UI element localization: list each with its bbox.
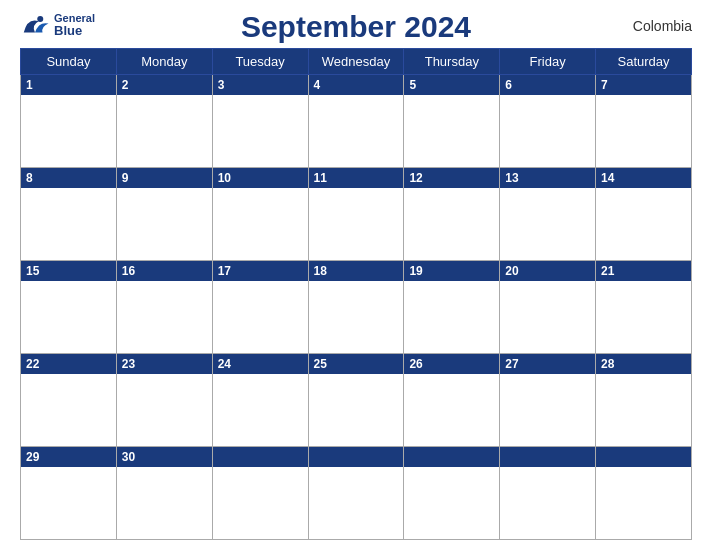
day-8: 8 — [21, 168, 117, 261]
logo: General Blue — [20, 10, 95, 40]
day-21: 21 — [596, 261, 692, 354]
day-empty-1 — [212, 447, 308, 540]
week-row-3: 15 16 17 18 19 20 21 — [21, 261, 692, 354]
day-19: 19 — [404, 261, 500, 354]
day-7: 7 — [596, 75, 692, 168]
day-16: 16 — [116, 261, 212, 354]
day-25: 25 — [308, 354, 404, 447]
week-row-5: 29 30 — [21, 447, 692, 540]
day-4: 4 — [308, 75, 404, 168]
logo-line2: Blue — [54, 24, 95, 38]
country-label: Colombia — [633, 18, 692, 34]
logo-text: General Blue — [54, 12, 95, 38]
day-empty-2 — [308, 447, 404, 540]
header-monday: Monday — [116, 49, 212, 75]
svg-point-0 — [37, 16, 43, 22]
logo-icon — [20, 10, 50, 40]
day-10: 10 — [212, 168, 308, 261]
day-14: 14 — [596, 168, 692, 261]
week-row-2: 8 9 10 11 12 13 14 — [21, 168, 692, 261]
header-wednesday: Wednesday — [308, 49, 404, 75]
calendar-table: Sunday Monday Tuesday Wednesday Thursday… — [20, 48, 692, 540]
day-17: 17 — [212, 261, 308, 354]
header-thursday: Thursday — [404, 49, 500, 75]
day-1: 1 — [21, 75, 117, 168]
day-26: 26 — [404, 354, 500, 447]
day-30: 30 — [116, 447, 212, 540]
day-24: 24 — [212, 354, 308, 447]
days-header-row: Sunday Monday Tuesday Wednesday Thursday… — [21, 49, 692, 75]
day-28: 28 — [596, 354, 692, 447]
day-22: 22 — [21, 354, 117, 447]
week-row-4: 22 23 24 25 26 27 28 — [21, 354, 692, 447]
day-29: 29 — [21, 447, 117, 540]
header-sunday: Sunday — [21, 49, 117, 75]
day-13: 13 — [500, 168, 596, 261]
header-tuesday: Tuesday — [212, 49, 308, 75]
day-27: 27 — [500, 354, 596, 447]
calendar-header: General Blue September 2024 Colombia — [20, 10, 692, 44]
header-friday: Friday — [500, 49, 596, 75]
week-row-1: 1 2 3 4 5 6 7 — [21, 75, 692, 168]
day-empty-5 — [596, 447, 692, 540]
day-18: 18 — [308, 261, 404, 354]
day-11: 11 — [308, 168, 404, 261]
day-2: 2 — [116, 75, 212, 168]
day-5: 5 — [404, 75, 500, 168]
day-12: 12 — [404, 168, 500, 261]
day-23: 23 — [116, 354, 212, 447]
day-9: 9 — [116, 168, 212, 261]
day-20: 20 — [500, 261, 596, 354]
day-15: 15 — [21, 261, 117, 354]
day-6: 6 — [500, 75, 596, 168]
header-saturday: Saturday — [596, 49, 692, 75]
calendar-title: September 2024 — [241, 10, 471, 44]
day-empty-4 — [500, 447, 596, 540]
day-3: 3 — [212, 75, 308, 168]
day-empty-3 — [404, 447, 500, 540]
